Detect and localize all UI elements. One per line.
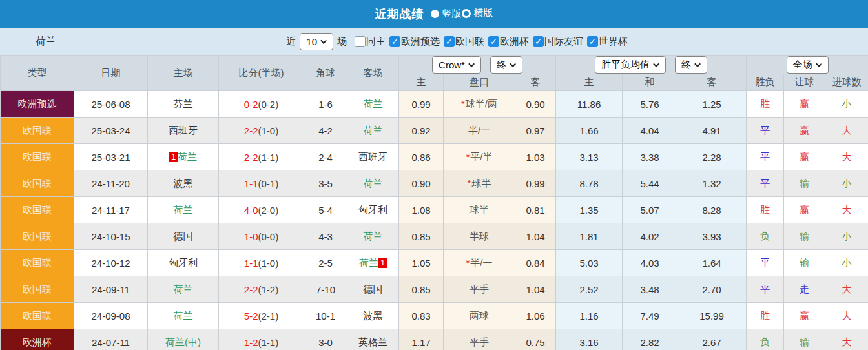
cell-home-team: 德国 bbox=[148, 223, 219, 250]
cell-mean-home: 1.35 bbox=[556, 197, 623, 223]
near-label: 近 bbox=[286, 36, 296, 48]
team-label: 波黑 bbox=[174, 178, 193, 189]
cell-corners: 3-5 bbox=[304, 170, 347, 197]
cell-mean-home: 8.78 bbox=[556, 170, 623, 197]
table-row: 欧洲杯 24-07-11 荷兰(中) 1-2(1-1) 3-0 英格兰 1.17… bbox=[1, 329, 868, 350]
cell-home-team: 1荷兰 bbox=[148, 144, 219, 170]
sub-header-mean-home: 主 bbox=[556, 74, 623, 91]
mean-group-header: 胜平负均值 终 bbox=[556, 56, 747, 74]
chevron-down-icon bbox=[320, 37, 327, 44]
cell-score: 4-0(2-0) bbox=[219, 197, 304, 223]
cell-goals: 大 bbox=[825, 118, 868, 144]
cell-handicap-result: 走 bbox=[784, 276, 825, 303]
cell-winloss: 胜 bbox=[747, 303, 784, 329]
cell-date: 24-09-11 bbox=[74, 276, 148, 303]
table-row: 欧国联 25-03-24 西班牙 2-2(1-0) 4-2 荷兰 0.92 半/… bbox=[1, 118, 868, 144]
cell-handicap-result: 赢 bbox=[784, 197, 825, 223]
mean-final-select[interactable]: 终 bbox=[675, 56, 707, 74]
cell-away-team: 荷兰 bbox=[347, 118, 399, 144]
radio-icon[interactable] bbox=[462, 9, 471, 18]
bookmaker-select[interactable]: Crow* bbox=[432, 56, 481, 74]
chevron-down-icon bbox=[816, 61, 822, 67]
filter-checkbox[interactable]: ✓国际友谊 bbox=[533, 36, 583, 48]
team-label: 德国 bbox=[174, 231, 193, 242]
result-group-header: 全场 bbox=[747, 56, 868, 74]
team-label: 英格兰 bbox=[358, 336, 388, 347]
team-label: 荷兰 bbox=[174, 310, 193, 321]
cell-corners: 1-6 bbox=[304, 91, 347, 118]
filter-checkbox[interactable]: ✓欧洲杯 bbox=[488, 36, 529, 48]
filter-checkbox[interactable]: ✓世界杯 bbox=[587, 36, 628, 48]
full-match-select[interactable]: 全场 bbox=[787, 56, 829, 74]
mean-type-select[interactable]: 胜平负均值 bbox=[595, 56, 666, 74]
checkbox-checked-icon[interactable]: ✓ bbox=[444, 36, 455, 47]
cell-date: 24-10-12 bbox=[74, 250, 148, 276]
cell-odds-home: 0.86 bbox=[399, 144, 444, 170]
cell-mean-draw: 2.82 bbox=[623, 329, 677, 350]
cell-mean-draw: 5.07 bbox=[623, 197, 677, 223]
red-card-badge: 1 bbox=[378, 258, 387, 268]
cell-mean-away: 2.28 bbox=[677, 144, 747, 170]
cell-mean-away: 1.32 bbox=[677, 170, 747, 197]
cell-home-team: 荷兰(中) bbox=[148, 329, 219, 350]
chevron-down-icon bbox=[694, 61, 701, 67]
cell-goals: 小 bbox=[825, 223, 868, 250]
cell-winloss: 平 bbox=[747, 250, 784, 276]
cell-competition-type: 欧国联 bbox=[1, 276, 74, 303]
cell-winloss: 平 bbox=[747, 170, 784, 197]
filters: 近 10 场 ✓同主✓欧洲预选✓欧国联✓欧洲杯✓国际友谊✓世界杯 bbox=[285, 33, 628, 50]
team-label: 荷兰 bbox=[364, 98, 383, 109]
cell-odds-home: 0.90 bbox=[399, 170, 444, 197]
cell-mean-home: 1.16 bbox=[556, 303, 623, 329]
odds-final-select[interactable]: 终 bbox=[490, 56, 522, 74]
cell-away-team: 匈牙利 bbox=[347, 197, 399, 223]
checkbox-checked-icon[interactable]: ✓ bbox=[389, 36, 400, 47]
cell-home-team: 波黑 bbox=[148, 170, 219, 197]
checkbox-checked-icon[interactable]: ✓ bbox=[533, 36, 544, 47]
checkbox-checked-icon[interactable]: ✓ bbox=[488, 36, 499, 47]
cell-date: 25-03-24 bbox=[74, 118, 148, 144]
cell-date: 24-09-08 bbox=[74, 303, 148, 329]
cell-handicap-result: 赢 bbox=[784, 303, 825, 329]
cell-winloss: 负 bbox=[747, 329, 784, 350]
page-title: 近期战绩 bbox=[375, 6, 424, 22]
filter-checkbox[interactable]: ✓同主 bbox=[355, 36, 386, 48]
team-label: 荷兰 bbox=[364, 125, 383, 136]
cell-goals: 大 bbox=[825, 303, 868, 329]
cell-mean-away: 2.67 bbox=[677, 329, 747, 350]
table-row: 欧国联 24-11-17 荷兰 4-0(2-0) 5-4 匈牙利 1.08 球半… bbox=[1, 197, 868, 223]
filter-checkbox[interactable]: ✓欧洲预选 bbox=[389, 36, 440, 48]
cell-odds-away: 1.04 bbox=[515, 223, 556, 250]
radio-icon[interactable] bbox=[431, 10, 439, 18]
table-row: 欧国联 24-11-20 波黑 1-1(0-1) 3-5 荷兰 0.90 *球半… bbox=[1, 170, 868, 197]
cell-away-team: 荷兰1 bbox=[347, 250, 399, 276]
checkbox-checked-icon[interactable]: ✓ bbox=[587, 36, 598, 47]
cell-goals: 小 bbox=[825, 250, 868, 276]
col-header-corners: 角球 bbox=[304, 56, 347, 91]
cell-mean-draw: 5.44 bbox=[623, 170, 677, 197]
cell-competition-type: 欧国联 bbox=[1, 303, 74, 329]
chevron-down-icon bbox=[653, 61, 659, 67]
cell-away-team: 荷兰 bbox=[347, 223, 399, 250]
team-label: 匈牙利 bbox=[358, 204, 388, 215]
cell-mean-away: 1.64 bbox=[677, 250, 747, 276]
cell-odds-away: 0.90 bbox=[515, 91, 556, 118]
cell-odds-home: 0.85 bbox=[399, 276, 444, 303]
layout-radio-selected[interactable]: 竖版 bbox=[431, 8, 462, 20]
cell-handicap: 两球 bbox=[444, 303, 515, 329]
match-count-select[interactable]: 10 bbox=[300, 33, 333, 50]
cell-mean-home: 1.66 bbox=[556, 118, 623, 144]
team-label: 荷兰 bbox=[178, 151, 197, 162]
cell-winloss: 平 bbox=[747, 144, 784, 170]
cell-odds-away: 0.97 bbox=[515, 118, 556, 144]
cell-score: 1-1(0-1) bbox=[219, 170, 304, 197]
cell-corners: 2-4 bbox=[304, 144, 347, 170]
layout-radio-unselected[interactable]: 横版 bbox=[462, 7, 493, 19]
checkbox-unchecked-icon[interactable]: ✓ bbox=[355, 36, 366, 47]
table-row: 欧洲预选 25-06-08 芬兰 0-2(0-2) 1-6 荷兰 0.99 *球… bbox=[1, 91, 868, 118]
cell-score: 2-2(1-2) bbox=[219, 276, 304, 303]
cell-handicap: *平/半 bbox=[444, 144, 515, 170]
team-label: 荷兰 bbox=[174, 204, 193, 215]
filter-checkbox[interactable]: ✓欧国联 bbox=[444, 36, 484, 48]
cell-score: 2-2(1-0) bbox=[219, 118, 304, 144]
